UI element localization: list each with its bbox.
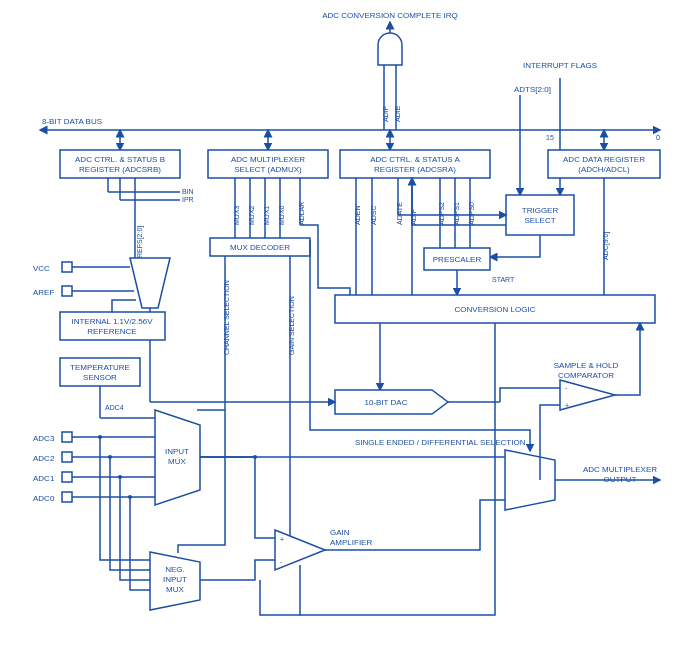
svg-text:SELECT: SELECT — [524, 216, 555, 225]
svg-text:ADC CTRL. & STATUS B: ADC CTRL. & STATUS B — [75, 155, 165, 164]
svg-text:ADC1: ADC1 — [33, 474, 55, 483]
svg-text:+: + — [565, 402, 569, 409]
svg-text:GAIN SELECTION: GAIN SELECTION — [288, 296, 295, 355]
svg-text:ADC0: ADC0 — [33, 494, 55, 503]
trigger-select — [506, 195, 574, 235]
adts-label: ADTS[2:0] — [514, 85, 551, 94]
svg-text:ADC MULTIPLEXER: ADC MULTIPLEXER — [231, 155, 305, 164]
svg-text:NEG.: NEG. — [165, 565, 185, 574]
svg-text:TRIGGER: TRIGGER — [522, 206, 559, 215]
svg-text:ADC[9:0]: ADC[9:0] — [602, 232, 610, 260]
svg-text:ADC DATA REGISTER: ADC DATA REGISTER — [563, 155, 645, 164]
svg-text:MUX0: MUX0 — [278, 205, 285, 225]
svg-text:SENSOR: SENSOR — [83, 373, 117, 382]
svg-text:10-BIT DAC: 10-BIT DAC — [365, 398, 408, 407]
svg-text:ADPS2: ADPS2 — [438, 202, 445, 225]
svg-text:ADIF: ADIF — [410, 209, 417, 225]
svg-text:MUX3: MUX3 — [233, 205, 240, 225]
svg-text:ADATE: ADATE — [396, 202, 403, 225]
svg-text:+: + — [280, 536, 284, 543]
vcc-pin — [62, 262, 72, 272]
svg-text:MUX: MUX — [166, 585, 184, 594]
svg-text:15: 15 — [546, 134, 554, 141]
svg-text:ADSC: ADSC — [370, 206, 377, 225]
adc-block-diagram: ADC CONVERSION COMPLETE IRQ INTERRUPT FL… — [0, 0, 692, 645]
svg-text:0: 0 — [656, 134, 660, 141]
svg-text:INPUT: INPUT — [163, 575, 187, 584]
svg-text:ADC3: ADC3 — [33, 434, 55, 443]
svg-text:SELECT (ADMUX): SELECT (ADMUX) — [234, 165, 302, 174]
svg-text:ADEN: ADEN — [354, 206, 361, 225]
and-gate-irq — [378, 33, 402, 65]
int-flags-label: INTERRUPT FLAGS — [523, 61, 597, 70]
svg-text:REGISTER (ADCSRB): REGISTER (ADCSRB) — [79, 165, 161, 174]
irq-label: ADC CONVERSION COMPLETE IRQ — [322, 11, 458, 20]
svg-text:SINGLE ENDED / DIFFERENTIAL SE: SINGLE ENDED / DIFFERENTIAL SELECTION — [355, 438, 526, 447]
svg-text:MUX: MUX — [168, 457, 186, 466]
svg-text:ADPS1: ADPS1 — [453, 202, 460, 225]
svg-text:INTERNAL 1.1V/2.56V: INTERNAL 1.1V/2.56V — [71, 317, 153, 326]
adc3-pin — [62, 432, 72, 442]
svg-text:ADLAR: ADLAR — [298, 202, 305, 225]
svg-text:REFS[2:0]: REFS[2:0] — [136, 226, 144, 258]
svg-text:ADC CTRL. & STATUS A: ADC CTRL. & STATUS A — [370, 155, 460, 164]
svg-text:ADC4: ADC4 — [105, 404, 124, 411]
bus-label: 8-BIT DATA BUS — [42, 117, 102, 126]
svg-text:ADPS0: ADPS0 — [468, 202, 475, 225]
svg-text:ADC MULTIPLEXER: ADC MULTIPLEXER — [583, 465, 657, 474]
svg-text:INPUT: INPUT — [165, 447, 189, 456]
adc1-pin — [62, 472, 72, 482]
svg-text:IPR: IPR — [182, 196, 194, 203]
svg-text:ADC2: ADC2 — [33, 454, 55, 463]
svg-text:TEMPERATURE: TEMPERATURE — [70, 363, 130, 372]
svg-text:OUTPUT: OUTPUT — [604, 475, 637, 484]
aref-pin — [62, 286, 72, 296]
svg-text:(ADCH/ADCL): (ADCH/ADCL) — [578, 165, 630, 174]
svg-text:ADIE: ADIE — [394, 105, 401, 122]
svg-text:AMPLIFIER: AMPLIFIER — [330, 538, 372, 547]
svg-text:REFERENCE: REFERENCE — [87, 327, 136, 336]
svg-text:VCC: VCC — [33, 264, 50, 273]
svg-text:START: START — [492, 276, 515, 283]
svg-text:CHANNEL SELECTION: CHANNEL SELECTION — [223, 280, 230, 355]
svg-text:MUX DECODER: MUX DECODER — [230, 243, 290, 252]
svg-text:MUX1: MUX1 — [263, 205, 270, 225]
svg-text:ADIF: ADIF — [382, 106, 389, 122]
svg-text:GAIN: GAIN — [330, 528, 350, 537]
adc2-pin — [62, 452, 72, 462]
svg-text:PRESCALER: PRESCALER — [433, 255, 482, 264]
svg-text:COMPARATOR: COMPARATOR — [558, 371, 614, 380]
svg-text:REGISTER (ADCSRA): REGISTER (ADCSRA) — [374, 165, 456, 174]
svg-text:BIN: BIN — [182, 188, 194, 195]
svg-text:SAMPLE & HOLD: SAMPLE & HOLD — [554, 361, 619, 370]
se-diff-mux — [505, 450, 555, 510]
adc0-pin — [62, 492, 72, 502]
svg-text:MUX2: MUX2 — [248, 205, 255, 225]
svg-text:AREF: AREF — [33, 288, 54, 297]
svg-text:CONVERSION LOGIC: CONVERSION LOGIC — [455, 305, 536, 314]
